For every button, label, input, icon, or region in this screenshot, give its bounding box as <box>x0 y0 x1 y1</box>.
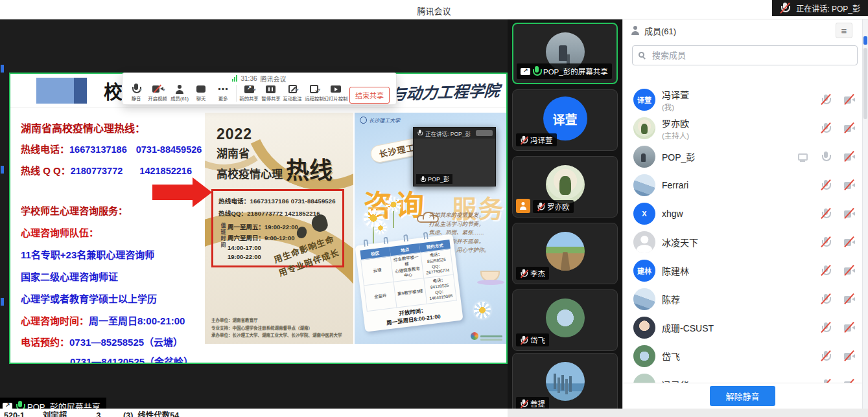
team-title: 心理咨询师队伍： <box>21 227 210 238</box>
camera-off-icon[interactable] <box>843 378 856 383</box>
avatar <box>633 146 655 168</box>
poster-year: 2022 <box>217 126 353 143</box>
video-tile-lijie[interactable]: 李杰 <box>512 223 618 284</box>
mic-muted-icon[interactable] <box>819 264 832 277</box>
members-button[interactable]: 成员(61) <box>169 84 191 102</box>
video-tile-fengyixuan[interactable]: 译萱 冯译萱 <box>512 89 618 151</box>
members-list: 译萱 冯译萱(我) 罗亦欧(主持人) POP_彭 Ferrari X xhgw <box>623 85 862 383</box>
camera-off-icon[interactable] <box>843 293 856 306</box>
member-row[interactable]: 冯录华 <box>633 370 856 383</box>
red-arrow <box>152 177 213 207</box>
hotline-poster: 2022 湖南省 高校疫情心理 热线 热线电话：16673137186 0731… <box>205 113 353 344</box>
end-share-button[interactable]: 结束共享 <box>349 87 390 104</box>
annotate-button[interactable]: 互动批注 <box>282 84 304 102</box>
member-row[interactable]: X xhgw <box>633 199 856 228</box>
slide-control-button[interactable]: 幻灯片控制 <box>325 84 347 102</box>
member-name: 冰凌天下 <box>662 236 698 249</box>
chevron-down-icon[interactable] <box>318 87 320 93</box>
search-input[interactable] <box>632 45 858 65</box>
video-tile-puti[interactable]: 菩提 <box>512 353 618 409</box>
remote-control-button[interactable]: 远程控制 <box>303 84 325 102</box>
members-panel: 成员(61) 译萱 冯译萱(我) 罗亦欧(主持人) POP_彭 Ferrari <box>622 19 868 409</box>
mic-muted-icon[interactable] <box>819 321 832 334</box>
chevron-down-icon[interactable] <box>253 87 256 93</box>
center-logo <box>471 332 502 340</box>
member-row[interactable]: 译萱 冯译萱(我) <box>633 85 856 114</box>
member-row[interactable]: 陈荐 <box>633 285 856 313</box>
mic-icon[interactable] <box>819 150 832 163</box>
poster-footer-3: 承办单位：长沙理工大学、湖南工业大学、长沙学院、湖南中医药大学 <box>211 332 342 339</box>
shared-window: 校院两级 能源与动力工程学院 湖南省高校疫情心理热线： 热线电话：1667313… <box>9 73 508 364</box>
panel-menu-button[interactable] <box>836 23 852 38</box>
share-source-label: POP_彭的屏幕共享 <box>0 398 106 409</box>
avatar <box>633 174 655 196</box>
camera-off-icon[interactable] <box>843 150 856 163</box>
screen-share-stage: 校院两级 能源与动力工程学院 湖南省高校疫情心理热线： 热线电话：1667313… <box>0 19 508 409</box>
pause-share-button[interactable]: 暂停共享 <box>260 84 282 102</box>
camera-off-icon[interactable] <box>843 236 856 249</box>
member-name: 罗亦欧 <box>662 117 689 130</box>
screen-share-icon <box>796 150 809 163</box>
mic-muted-icon[interactable] <box>819 236 832 249</box>
slide-logo-dark <box>74 78 87 104</box>
chevron-down-icon[interactable] <box>139 87 142 93</box>
more-button[interactable]: 更多 <box>212 84 234 102</box>
video-tile-luoyiou[interactable]: 罗亦欧 <box>512 156 618 218</box>
members-footer: 解除静音 <box>623 383 862 409</box>
mic-muted-icon[interactable] <box>819 350 832 363</box>
start-video-button[interactable]: 开启视频 <box>147 84 169 102</box>
member-row[interactable]: 罗亦欧(主持人) <box>633 114 856 142</box>
floating-speaker-window[interactable]: 正在讲话: POP_彭 POP_彭 <box>413 127 496 186</box>
member-role: (主持人) <box>662 130 689 141</box>
calendar-card: 校区 地点 预约方式 云塘 综合教学楼一楼 心理健康教育中心 电话： 85258… <box>355 234 463 332</box>
duty-label: 值班时间 <box>218 223 226 249</box>
member-name: 陈建林 <box>662 264 689 277</box>
cal-r2-booking: 电话： 84120525 QQ： 1464019085 <box>423 275 456 304</box>
toolbar-app-name: 腾讯会议 <box>261 74 287 84</box>
video-tile-daifei[interactable]: 岱飞 <box>512 289 618 351</box>
member-row[interactable]: 建林 陈建林 <box>633 256 856 285</box>
mini-name-label: POP_彭 <box>416 174 452 184</box>
chat-button[interactable]: 聊天 <box>191 84 213 102</box>
chevron-down-icon[interactable] <box>296 87 299 93</box>
scrollbar[interactable] <box>862 19 868 409</box>
camera-off-icon[interactable] <box>843 179 856 192</box>
member-row[interactable]: 成珊-CSUST <box>633 313 856 342</box>
video-tile-pop-share[interactable]: POP_彭的屏幕共享 <box>512 23 618 84</box>
avatar: 译萱 <box>633 89 655 111</box>
university-logo: 长沙理工大学 <box>360 117 400 124</box>
poster-footer-2: 专业支持：中国心理学会注册系统湖南督导点（湖南） <box>211 324 342 332</box>
mic-muted-icon[interactable] <box>819 207 832 220</box>
mic-muted-icon <box>520 269 528 278</box>
mic-muted-icon[interactable] <box>819 378 832 383</box>
share-source-text: POP_彭的屏幕共享 <box>27 400 100 409</box>
mini-name-text: POP_彭 <box>428 175 449 183</box>
member-row[interactable]: Ferrari <box>633 171 856 199</box>
background-text-fragment: 520-1 刘宇超 3 (3) 线性代数54 <box>0 409 508 417</box>
qq-1: 2180773772 <box>71 166 123 176</box>
mic-muted-icon[interactable] <box>819 122 832 135</box>
camera-off-icon[interactable] <box>843 207 856 220</box>
qq-2: 1421852216 <box>139 166 192 176</box>
camera-off-icon[interactable] <box>843 350 856 363</box>
chevron-down-icon[interactable] <box>163 87 165 93</box>
share-icon <box>521 68 530 75</box>
camera-off-icon[interactable] <box>843 264 856 277</box>
mic-muted-icon[interactable] <box>819 93 832 106</box>
mic-muted-icon <box>537 202 545 211</box>
member-row[interactable]: POP_彭 <box>633 142 856 171</box>
new-share-button[interactable]: 新的共享 <box>239 84 261 102</box>
member-name: 陈荐 <box>662 293 680 306</box>
background-window-strip: 520-1 刘宇超 3 (3) 线性代数54 <box>0 409 868 417</box>
daisy-flower <box>386 197 401 212</box>
mute-button[interactable]: 静音 <box>125 84 147 102</box>
camera-off-icon[interactable] <box>843 93 856 106</box>
camera-off-icon[interactable] <box>843 321 856 334</box>
member-row[interactable]: 冰凌天下 <box>633 228 856 256</box>
mic-muted-icon[interactable] <box>819 179 832 192</box>
camera-off-icon[interactable] <box>843 122 856 135</box>
poster-footer-1: 主办单位：湖南省教育厅 <box>211 317 342 324</box>
unmute-button[interactable]: 解除静音 <box>710 386 775 406</box>
member-row[interactable]: 岱飞 <box>633 342 856 370</box>
mic-muted-icon[interactable] <box>819 293 832 306</box>
